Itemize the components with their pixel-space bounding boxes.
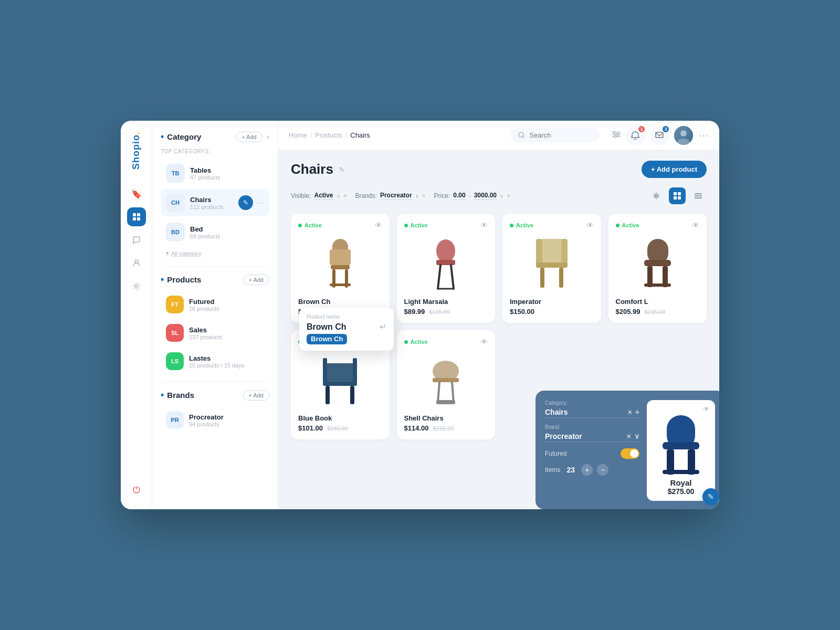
view-buttons	[648, 187, 707, 204]
cat-edit-btn-chairs[interactable]: ✎	[238, 195, 253, 210]
brands-value[interactable]: Procreator	[380, 192, 412, 200]
products-add-btn[interactable]: + Add	[243, 275, 269, 285]
cat-count-chairs: 112 products	[190, 204, 238, 210]
eye-btn-6[interactable]: 👁	[480, 338, 488, 346]
visible-close[interactable]: ×	[343, 192, 347, 200]
prod-name-futured: Futured	[189, 298, 219, 306]
price-max[interactable]: 3000.00	[474, 192, 497, 200]
nav-chat[interactable]	[127, 230, 146, 249]
price-min[interactable]: 0.00	[453, 192, 465, 200]
notifications-btn[interactable]: 1	[626, 126, 645, 145]
brand-remove-btn[interactable]: ×	[627, 432, 631, 440]
product-card-6[interactable]: Active 👁 Shell Chairs	[397, 330, 496, 439]
svg-point-5	[135, 285, 138, 288]
chair-img-4	[638, 236, 677, 291]
eye-btn-1[interactable]: 👁	[375, 221, 382, 229]
nav-settings[interactable]	[127, 277, 146, 296]
items-increment-btn[interactable]: +	[581, 464, 593, 476]
add-product-btn[interactable]: + Add product	[642, 161, 707, 178]
product-card-2[interactable]: Active 👁 Light Marsala	[397, 214, 496, 323]
filter-settings-btn[interactable]	[612, 131, 621, 140]
brand-count-procreator: 94 products	[189, 421, 224, 427]
svg-rect-51	[323, 382, 357, 386]
user-avatar[interactable]	[674, 126, 693, 145]
main-area: Home / Products / Chairs	[278, 121, 719, 509]
prod-badge-sales: SL	[166, 324, 184, 342]
chair-img-3	[531, 236, 573, 291]
nav-user[interactable]	[127, 254, 146, 272]
product-card-1[interactable]: Active 👁 Brown Ch	[291, 214, 390, 323]
category-item-bed[interactable]: BD Bed 69 products	[161, 218, 269, 246]
product-card-3[interactable]: Active 👁 Imperator	[502, 214, 601, 323]
product-item-lastes[interactable]: LS Lastes 15 products / 15 days	[161, 348, 269, 374]
items-decrement-btn[interactable]: −	[597, 464, 608, 476]
prod-count-lastes: 15 products / 15 days	[189, 362, 244, 369]
category-add-btn[interactable]: +	[635, 408, 639, 416]
cat-more-btn-chairs[interactable]: ···	[256, 198, 264, 207]
view-settings-btn[interactable]	[648, 187, 665, 204]
status-active-3: Active	[510, 222, 533, 228]
breadcrumb-home[interactable]: Home	[289, 131, 307, 139]
cat-count-tables: 47 products	[190, 174, 264, 181]
svg-rect-2	[133, 217, 136, 220]
nav-grid[interactable]	[127, 207, 146, 226]
product-name-input[interactable]	[307, 322, 375, 332]
svg-rect-55	[433, 378, 459, 382]
eye-btn-4[interactable]: 👁	[692, 221, 699, 229]
svg-rect-1	[137, 213, 140, 216]
product-item-sales[interactable]: SL Sales 237 products	[161, 320, 269, 346]
more-options-btn[interactable]: ···	[698, 129, 709, 141]
brands-label: Brands:	[355, 192, 377, 200]
visible-chevron[interactable]: ∨	[337, 193, 340, 199]
svg-point-32	[436, 239, 455, 262]
view-list-btn[interactable]	[690, 187, 707, 204]
product-item-futured[interactable]: FT Futured 16 products	[161, 291, 269, 318]
svg-rect-31	[330, 284, 351, 286]
svg-rect-49	[323, 358, 327, 383]
view-grid-btn[interactable]	[669, 187, 686, 204]
brands-chevron[interactable]: ∨	[415, 193, 419, 199]
price-current-4: $205.99	[616, 308, 640, 316]
category-back-btn[interactable]: ‹	[267, 132, 269, 142]
messages-btn[interactable]: 3	[650, 126, 669, 145]
eye-btn-3[interactable]: 👁	[586, 221, 594, 229]
category-remove-btn[interactable]: ×	[628, 408, 632, 416]
search-bar[interactable]	[511, 128, 600, 142]
brand-item-procreator[interactable]: PR Procreator 94 products	[161, 407, 269, 433]
detail-eye-btn[interactable]: 👁	[703, 405, 710, 413]
category-item-tables[interactable]: TB Tables 47 products	[161, 160, 269, 187]
price-old-4: $215.00	[645, 309, 666, 315]
brands-close[interactable]: ×	[422, 192, 426, 200]
items-label: Items	[545, 466, 560, 474]
nav-bookmark[interactable]: 🔖	[127, 184, 146, 203]
breadcrumb-products[interactable]: Products	[315, 131, 342, 139]
price-label: Price:	[434, 192, 450, 200]
all-category-link[interactable]: ▾ All category	[161, 248, 269, 259]
futured-toggle[interactable]	[621, 448, 639, 459]
category-add-btn[interactable]: + Add	[236, 132, 262, 142]
page-title-edit-btn[interactable]: ✎	[339, 165, 345, 174]
nav-power[interactable]	[127, 480, 146, 499]
search-input[interactable]	[529, 131, 592, 139]
popup-edit-btn[interactable]: ✎	[702, 488, 719, 505]
svg-line-56	[438, 382, 439, 403]
prod-count-futured: 16 products	[189, 306, 219, 312]
price-close[interactable]: ×	[507, 192, 510, 200]
svg-rect-58	[436, 400, 455, 404]
svg-rect-63	[663, 470, 699, 474]
prod-name-sales: Sales	[189, 326, 223, 334]
sidebar: Category + Add ‹ TOP CATEGORYS: TB Table…	[152, 121, 278, 509]
filter-brands: Brands: Procreator ∨ ×	[355, 192, 426, 200]
visible-value[interactable]: Active	[314, 192, 333, 200]
prod-count-sales: 237 products	[189, 334, 223, 340]
filter-visible: Visible: Active ∨ ×	[291, 192, 347, 200]
price-chevron[interactable]: ∨	[500, 193, 503, 199]
product-card-4[interactable]: Active 👁 Comfort L $	[608, 214, 707, 323]
brand-chevron-btn[interactable]: ∨	[634, 432, 639, 440]
category-item-chairs[interactable]: CH Chairs 112 products ✎ ···	[161, 189, 269, 216]
eye-btn-2[interactable]: 👁	[480, 221, 488, 229]
popup-suggestion[interactable]: Brown Ch	[307, 334, 347, 344]
enter-icon[interactable]: ↵	[380, 322, 386, 332]
brands-add-btn[interactable]: + Add	[243, 390, 269, 401]
content-header: Chairs ✎ + Add product	[291, 161, 707, 178]
